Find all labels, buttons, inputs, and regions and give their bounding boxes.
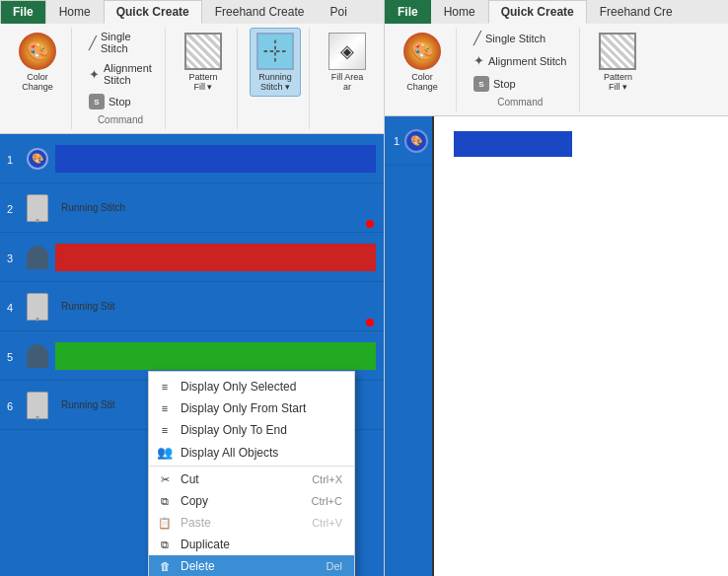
ctx-duplicate[interactable]: ⧉ Duplicate	[149, 534, 354, 555]
needle-icon-6	[27, 392, 48, 419]
row-icon-6	[24, 392, 51, 419]
tab-freehand-create-right[interactable]: Freehand Cre	[587, 0, 686, 24]
elephant-icon-3	[27, 246, 48, 269]
ribbon-group-color: 🎨 Color Change	[8, 28, 72, 129]
row-num-4: 4	[0, 300, 20, 314]
ctx-delete-icon: 🗑	[157, 560, 173, 572]
right-stop-button[interactable]: S Stop	[469, 73, 571, 95]
ctx-display-selected-icon: ≡	[157, 381, 173, 393]
fill-area-button[interactable]: ◈ Fill Area ar	[322, 28, 373, 97]
ctx-cut[interactable]: ✂ Cut Ctrl+X	[149, 468, 354, 490]
row-num-2: 2	[0, 201, 20, 215]
color-dot-1: 🎨	[27, 148, 48, 170]
ctx-copy[interactable]: ⧉ Copy Ctrl+C	[149, 490, 354, 512]
ctx-display-to-end[interactable]: ≡ Display Only To End	[149, 419, 354, 441]
right-color-change-icon: 🎨	[403, 33, 441, 70]
tab-home-right[interactable]: Home	[431, 0, 488, 24]
single-stitch-icon: ╱	[89, 36, 97, 50]
color-change-button[interactable]: 🎨 Color Change	[12, 28, 63, 97]
stitch-anchor-2	[366, 220, 374, 228]
row-bar-4: Running Stit	[55, 293, 376, 321]
tab-quick-create-right[interactable]: Quick Create	[488, 0, 587, 24]
ctx-display-from-start-icon: ≡	[157, 402, 173, 414]
tab-quick-create-left[interactable]: Quick Create	[104, 0, 202, 24]
tab-file-right[interactable]: File	[385, 0, 431, 24]
right-pattern-fill-button[interactable]: Pattern Fill ▾	[592, 28, 643, 97]
stitch-row-3[interactable]: 3	[0, 233, 384, 282]
stitch-items: ╱ Single Stitch ✦ Alignment Stitch S Sto…	[84, 28, 157, 112]
row-bar-3	[55, 244, 376, 271]
row-icon-2	[24, 194, 51, 222]
row-num-6: 6	[0, 398, 20, 412]
right-ribbon-tabs: File Home Quick Create Freehand Cre	[385, 0, 728, 24]
left-ribbon-content: 🎨 Color Change ╱ Single Stitch ✦ Alignme…	[0, 24, 384, 133]
row-num-5: 5	[0, 349, 20, 363]
tab-poi-left[interactable]: Poi	[317, 0, 359, 24]
needle-icon-2	[27, 194, 48, 222]
right-alignment-stitch-button[interactable]: ✦ Alignment Stitch	[469, 50, 571, 71]
ctx-paste-icon: 📋	[157, 517, 173, 530]
ctx-display-all[interactable]: 👥 Display All Objects	[149, 441, 354, 464]
right-color-dot-1: 🎨	[404, 129, 428, 153]
ctx-paste[interactable]: 📋 Paste Ctrl+V	[149, 512, 354, 534]
ribbon-group-stitch: ╱ Single Stitch ✦ Alignment Stitch S Sto…	[80, 28, 166, 129]
right-ribbon-group-pattern: Pattern Fill ▾	[588, 28, 651, 111]
fill-area-icon: ◈	[328, 33, 366, 70]
row-bar-1	[55, 145, 376, 173]
tab-file-left[interactable]: File	[0, 0, 46, 24]
ribbon-group-fill: ◈ Fill Area ar	[318, 28, 381, 129]
ctx-cut-icon: ✂	[157, 473, 173, 486]
pattern-fill-icon	[184, 33, 222, 70]
ctx-display-all-icon: 👥	[157, 445, 173, 460]
right-ribbon-group-stitch: ╱ Single Stitch ✦ Alignment Stitch S Sto…	[465, 28, 580, 111]
row-num-1: 1	[0, 152, 20, 166]
right-pattern-fill-icon	[599, 33, 636, 70]
row-icon-5	[24, 342, 51, 370]
context-menu: ≡ Display Only Selected ≡ Display Only F…	[148, 371, 355, 576]
stitch-row-4[interactable]: 4 Running Stit	[0, 282, 384, 331]
ctx-delete[interactable]: 🗑 Delete Del	[149, 555, 354, 576]
right-main-canvas	[434, 116, 728, 576]
right-command-label: Command	[497, 97, 543, 108]
running-stitch-button[interactable]: Running Stitch ▾	[250, 28, 301, 97]
row-icon-4	[24, 293, 51, 321]
left-canvas: 1 🎨 2 Running Stitch 3	[0, 134, 384, 576]
elephant-icon-5	[27, 344, 48, 368]
right-canvas-area: 1 🎨	[385, 116, 728, 576]
stitch-row-1[interactable]: 1 🎨	[0, 134, 384, 183]
ctx-display-from-start[interactable]: ≡ Display Only From Start	[149, 397, 354, 419]
needle-icon-4	[27, 293, 48, 321]
pattern-fill-button[interactable]: Pattern Fill ▾	[178, 28, 229, 97]
running-stitch-icon	[256, 33, 294, 70]
right-single-stitch-icon: ╱	[473, 31, 481, 45]
right-panel: File Home Quick Create Freehand Cre 🎨 Co…	[385, 0, 728, 576]
right-color-change-button[interactable]: 🎨 Color Change	[397, 28, 448, 97]
stitch-row-2[interactable]: 2 Running Stitch	[0, 183, 384, 233]
right-alignment-stitch-icon: ✦	[473, 53, 484, 68]
row-icon-1: 🎨	[24, 145, 51, 173]
ctx-copy-icon: ⧉	[157, 495, 173, 508]
color-change-icon: 🎨	[19, 33, 56, 70]
ctx-display-to-end-icon: ≡	[157, 424, 173, 436]
alignment-stitch-button[interactable]: ✦ Alignment Stitch	[84, 59, 157, 89]
right-stitch-row-1[interactable]: 1 🎨	[385, 116, 432, 166]
right-ribbon-group-color: 🎨 Color Change	[393, 28, 457, 111]
single-stitch-button[interactable]: ╱ Single Stitch	[84, 28, 157, 57]
right-single-stitch-button[interactable]: ╱ Single Stitch	[469, 28, 571, 48]
ribbon-group-running: Running Stitch ▾	[246, 28, 310, 129]
ctx-display-selected[interactable]: ≡ Display Only Selected	[149, 376, 354, 397]
right-stop-icon: S	[473, 76, 489, 92]
left-ribbon: File Home Quick Create Freehand Create P…	[0, 0, 384, 134]
left-panel: File Home Quick Create Freehand Create P…	[0, 0, 385, 576]
stop-icon: S	[89, 94, 105, 109]
ctx-separator-1	[149, 466, 354, 467]
right-ribbon-content: 🎨 Color Change ╱ Single Stitch ✦ Alignme…	[385, 24, 728, 115]
tab-home-left[interactable]: Home	[46, 0, 104, 24]
alignment-stitch-icon: ✦	[89, 67, 100, 82]
command-label-left: Command	[98, 114, 143, 125]
tab-freehand-create-left[interactable]: Freehand Create	[202, 0, 318, 24]
right-ribbon: File Home Quick Create Freehand Cre 🎨 Co…	[385, 0, 728, 116]
stop-button[interactable]: S Stop	[84, 91, 157, 112]
right-row-num-1: 1	[389, 135, 404, 147]
ribbon-group-pattern: Pattern Fill ▾	[174, 28, 238, 129]
